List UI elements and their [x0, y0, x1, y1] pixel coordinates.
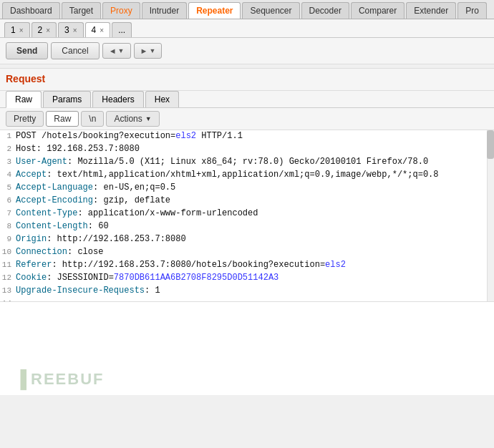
line-content-6: Accept-Encoding: gzip, deflate	[16, 195, 494, 207]
code-line-6: 6 Accept-Encoding: gzip, deflate	[0, 195, 494, 208]
line-num-3: 3	[0, 157, 16, 168]
line-content-7: Content-Type: application/x-www-form-url…	[16, 208, 494, 220]
line-num-10: 10	[0, 247, 16, 258]
request-section: Request	[0, 69, 494, 91]
sub-tab-more-label: ...	[118, 25, 125, 35]
line-num-6: 6	[0, 195, 16, 207]
watermark-text: REEBUF	[31, 370, 104, 389]
close-tab-1-icon[interactable]: ×	[19, 26, 24, 34]
line-content-9: Origin: http://192.168.253.7:8080	[16, 234, 494, 245]
inner-tab-headers[interactable]: Headers	[92, 91, 143, 107]
sub-tab-1[interactable]: 1 ×	[4, 22, 30, 37]
sub-tab-4-label: 4	[92, 25, 97, 35]
actions-label: Actions	[114, 114, 142, 124]
line-num-7: 7	[0, 208, 16, 220]
cancel-button[interactable]: Cancel	[51, 42, 99, 59]
sub-tab-2[interactable]: 2 ×	[32, 22, 57, 37]
forward-button[interactable]: ► ▼	[134, 43, 163, 59]
view-raw-button[interactable]: Raw	[46, 111, 79, 127]
code-line-12: 12 Cookie: JSESSIONID=7870DB611AA6B2708F…	[0, 272, 494, 285]
code-line-3: 3 User-Agent: Mozilla/5.0 (X11; Linux x8…	[0, 156, 494, 169]
line-num-8: 8	[0, 221, 16, 233]
line-content-10: Connection: close	[16, 247, 494, 258]
forward-dropdown-icon: ▼	[149, 47, 155, 54]
code-line-9: 9 Origin: http://192.168.253.7:8080	[0, 233, 494, 246]
tab-pro[interactable]: Pro	[457, 2, 487, 19]
line-content-1: POST /hotels/booking?execution=els2 HTTP…	[16, 131, 494, 142]
tab-sequencer[interactable]: Sequencer	[242, 2, 299, 19]
tab-decoder[interactable]: Decoder	[301, 2, 349, 19]
back-icon: ◄	[109, 47, 117, 55]
view-pretty-button[interactable]: Pretty	[6, 111, 44, 127]
close-tab-2-icon[interactable]: ×	[46, 26, 50, 34]
line-content-5: Accept-Language: en-US,en;q=0.5	[16, 182, 494, 194]
code-line-13: 13 Upgrade-Insecure-Requests: 1	[0, 285, 494, 298]
line-content-4: Accept: text/html,application/xhtml+xml,…	[16, 170, 494, 181]
sub-tab-more[interactable]: ...	[112, 22, 132, 37]
line-num-11: 11	[0, 260, 16, 271]
close-tab-3-icon[interactable]: ×	[73, 26, 77, 34]
tab-intruder[interactable]: Intruder	[142, 2, 187, 19]
main-tab-bar: Dashboard Target Proxy Intruder Repeater…	[0, 0, 494, 19]
code-line-2: 2 Host: 192.168.253.7:8080	[0, 143, 494, 156]
sub-tab-4[interactable]: 4 ×	[85, 22, 111, 37]
line-content-3: User-Agent: Mozilla/5.0 (X11; Linux x86_…	[16, 157, 494, 168]
sub-tab-bar: 1 × 2 × 3 × 4 × ...	[0, 19, 494, 38]
line-num-4: 4	[0, 170, 16, 181]
inner-tab-raw[interactable]: Raw	[6, 91, 42, 108]
tab-target[interactable]: Target	[62, 2, 101, 19]
watermark: ▐ REEBUF	[14, 369, 104, 389]
tab-extender[interactable]: Extender	[406, 2, 456, 19]
code-line-10: 10 Connection: close	[0, 246, 494, 259]
line-num-12: 12	[0, 273, 16, 284]
back-dropdown-icon: ▼	[118, 47, 125, 54]
line-num-9: 9	[0, 234, 16, 245]
line-num-2: 2	[0, 144, 16, 155]
inner-tab-params[interactable]: Params	[43, 91, 91, 107]
toolbar: Send Cancel ◄ ▼ ► ▼	[0, 38, 494, 64]
tab-proxy[interactable]: Proxy	[102, 2, 140, 19]
back-button[interactable]: ◄ ▼	[102, 43, 131, 59]
actions-button[interactable]: Actions ▼	[106, 111, 159, 127]
view-newline-button[interactable]: \n	[81, 111, 104, 127]
code-line-5: 5 Accept-Language: en-US,en;q=0.5	[0, 182, 494, 195]
line-num-13: 13	[0, 286, 16, 297]
code-line-8: 8 Content-Length: 60	[0, 220, 494, 233]
sub-tab-2-label: 2	[38, 25, 43, 35]
line-num-5: 5	[0, 182, 16, 194]
line-content-8: Content-Length: 60	[16, 221, 494, 233]
inner-tab-hex[interactable]: Hex	[145, 91, 179, 107]
line-content-13: Upgrade-Insecure-Requests: 1	[16, 286, 494, 297]
code-line-11: 11 Referer: http://192.168.253.7:8080/ho…	[0, 259, 494, 272]
scrollbar-thumb[interactable]	[487, 130, 494, 159]
close-tab-4-icon[interactable]: ×	[100, 26, 104, 34]
line-content-11: Referer: http://192.168.253.7:8080/hotel…	[16, 260, 494, 271]
sub-tab-1-label: 1	[11, 25, 16, 35]
tab-dashboard[interactable]: Dashboard	[2, 2, 60, 19]
line-num-1: 1	[0, 131, 16, 142]
watermark-icon: ▐	[14, 369, 28, 389]
code-area[interactable]: 1 POST /hotels/booking?execution=els2 HT…	[0, 130, 494, 302]
line-content-2: Host: 192.168.253.7:8080	[16, 144, 494, 155]
send-button[interactable]: Send	[6, 42, 48, 59]
sub-tab-3-label: 3	[64, 25, 69, 35]
forward-icon: ►	[140, 47, 148, 55]
request-title: Request	[6, 73, 488, 84]
scrollbar-track[interactable]	[487, 130, 494, 301]
code-line-4: 4 Accept: text/html,application/xhtml+xm…	[0, 169, 494, 182]
sub-tab-3[interactable]: 3 ×	[58, 22, 84, 37]
empty-area: ▐ REEBUF	[0, 302, 494, 395]
actions-chevron-icon: ▼	[145, 115, 152, 122]
tab-repeater[interactable]: Repeater	[188, 2, 241, 19]
tab-comparer[interactable]: Comparer	[351, 2, 405, 19]
view-toolbar: Pretty Raw \n Actions ▼	[0, 108, 494, 130]
code-line-1: 1 POST /hotels/booking?execution=els2 HT…	[0, 130, 494, 143]
line-content-12: Cookie: JSESSIONID=7870DB611AA6B2708F829…	[16, 273, 494, 284]
code-line-7: 7 Content-Type: application/x-www-form-u…	[0, 208, 494, 220]
inner-tab-bar: Raw Params Headers Hex	[0, 91, 494, 108]
